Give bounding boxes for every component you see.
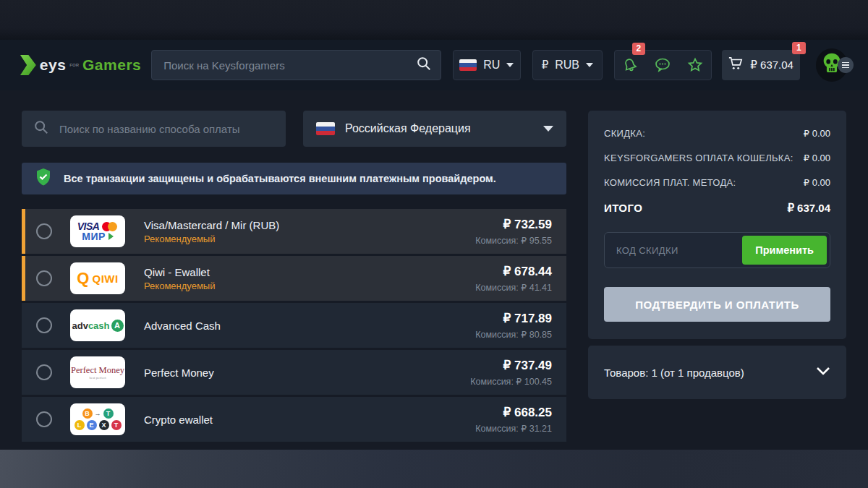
perfect-money-text: Perfect Money	[71, 365, 124, 376]
recommended-accent-bar	[22, 256, 25, 301]
bitcoin-icon: B	[82, 408, 93, 419]
payment-price: ₽ 678.44	[475, 264, 552, 279]
promo-code-input[interactable]	[616, 245, 739, 256]
payment-column: Российская Федерация Все транзакции защи…	[22, 111, 566, 444]
qiwi-logo: Q QIWI	[70, 262, 125, 294]
ruble-symbol: ₽	[542, 59, 549, 72]
payment-method-list: VISA МИР Visa/Mastercard / Mir (RUB) Рек…	[22, 209, 566, 442]
favorites-star-icon[interactable]	[686, 56, 704, 74]
currency-label: RUB	[555, 59, 579, 72]
summary-row-commission: КОМИССИЯ ПЛАТ. МЕТОДА: ₽ 0.00	[604, 177, 830, 188]
promo-code-box: Применить	[604, 232, 830, 268]
summary-value: ₽ 0.00	[804, 153, 830, 163]
payment-commission: Комиссия: ₽ 100.45	[470, 376, 552, 387]
visa-mastercard-mir-logo: VISA МИР	[70, 215, 125, 247]
country-label: Российская Федерация	[345, 122, 533, 135]
summary-total-row: ИТОГО ₽ 637.04	[604, 202, 830, 215]
payment-title: Qiwi - Ewallet	[144, 266, 215, 278]
items-summary-panel[interactable]: Товаров: 1 (от 1 продавцов)	[588, 346, 846, 399]
backdrop-top	[0, 0, 868, 40]
payment-row-qiwi[interactable]: Q QIWI Qiwi - Ewallet Рекомендуемый ₽ 67…	[22, 256, 566, 301]
recommended-label: Рекомендуемый	[144, 234, 279, 244]
payment-radio[interactable]	[36, 223, 52, 239]
visa-logo-text: VISA	[77, 221, 100, 231]
summary-label: KEYSFORGAMERS ОПЛАТА КОШЕЛЬКА:	[604, 153, 793, 163]
items-summary-label: Товаров: 1 (от 1 продавцов)	[604, 367, 744, 379]
apply-promo-button[interactable]: Применить	[742, 236, 827, 265]
arrow-icon: →	[95, 411, 101, 417]
chevron-down-icon[interactable]	[816, 366, 830, 379]
notifications-bell-icon[interactable]	[621, 56, 639, 74]
payment-price: ₽ 668.25	[475, 405, 552, 420]
chevron-down-icon	[586, 63, 593, 67]
chat-icon[interactable]	[653, 56, 672, 74]
payment-price: ₽ 717.89	[475, 311, 552, 326]
payment-radio[interactable]	[36, 364, 52, 380]
header: eys FOR Gamers RU	[0, 40, 868, 90]
payment-row-visa-mir[interactable]: VISA МИР Visa/Mastercard / Mir (RUB) Рек…	[22, 209, 566, 254]
cart-badge: 1	[792, 42, 806, 54]
blue-coin-icon: E	[87, 420, 97, 430]
order-summary-column: СКИДКА: ₽ 0.00 KEYSFORGAMERS ОПЛАТА КОШЕ…	[588, 111, 846, 444]
user-avatar[interactable]	[816, 48, 848, 82]
summary-row-discount: СКИДКА: ₽ 0.00	[604, 128, 830, 139]
order-summary-panel: СКИДКА: ₽ 0.00 KEYSFORGAMERS ОПЛАТА КОШЕ…	[588, 111, 846, 339]
payment-radio[interactable]	[36, 317, 52, 333]
perfect-money-logo: Perfect Money best perfect	[70, 356, 125, 388]
qiwi-logo-text: QIWI	[92, 273, 118, 284]
payment-title: Advanced Cash	[144, 320, 221, 332]
payment-title: Crypto ewallet	[144, 414, 213, 426]
language-select[interactable]: RU	[453, 50, 522, 80]
country-select[interactable]: Российская Федерация	[303, 111, 566, 147]
summary-label: КОМИССИЯ ПЛАТ. МЕТОДА:	[604, 177, 736, 188]
total-value: ₽ 637.04	[787, 202, 830, 215]
total-label: ИТОГО	[604, 202, 642, 215]
qiwi-q-icon: Q	[77, 270, 89, 286]
mastercard-circles-icon	[102, 222, 118, 231]
advcash-a-icon: A	[111, 320, 124, 332]
confirm-and-pay-button[interactable]: ПОДТВЕРДИТЬ И ОПЛАТИТЬ	[604, 287, 830, 322]
payment-radio[interactable]	[36, 411, 52, 427]
payment-method-search-input[interactable]	[59, 123, 274, 135]
advcash-cash-text: cash	[88, 321, 110, 330]
backdrop-bottom	[0, 450, 868, 488]
advcash-logo: adv cash A	[70, 309, 125, 341]
security-banner: Все транзакции защищены и обрабатываются…	[22, 163, 566, 194]
search-button[interactable]	[407, 50, 441, 80]
payment-row-advcash[interactable]: adv cash A Advanced Cash ₽ 717.89 Комисс…	[22, 303, 566, 348]
payment-title: Visa/Mastercard / Mir (RUB)	[144, 219, 279, 231]
filters-row: Российская Федерация	[22, 111, 566, 147]
payment-method-search	[22, 111, 286, 147]
cart-button[interactable]: ₽ 637.04 1	[722, 50, 800, 80]
advcash-adv-text: adv	[72, 321, 88, 330]
cart-icon	[728, 56, 744, 74]
logo-text-gamers: Gamers	[82, 56, 141, 74]
search-icon	[33, 119, 49, 138]
language-label: RU	[483, 59, 500, 72]
chevron-down-icon	[543, 126, 553, 132]
perfect-money-tagline: best perfect	[89, 376, 106, 380]
cart-amount: ₽ 637.04	[750, 59, 793, 72]
search-icon	[416, 56, 432, 74]
summary-value: ₽ 0.00	[804, 128, 830, 139]
security-banner-text: Все транзакции защищены и обрабатываются…	[64, 173, 496, 184]
site-search-input[interactable]	[152, 59, 407, 72]
payment-radio[interactable]	[36, 270, 52, 286]
payment-title: Perfect Money	[144, 367, 214, 379]
account-menu-icon[interactable]	[838, 57, 854, 73]
payment-row-perfect-money[interactable]: Perfect Money best perfect Perfect Money…	[22, 350, 566, 395]
logo[interactable]: eys FOR Gamers	[20, 55, 141, 75]
crypto-logo: B → T L E X T	[70, 403, 125, 435]
logo-text-for: FOR	[69, 63, 79, 67]
tether-icon: T	[103, 408, 114, 419]
shield-check-icon	[35, 168, 52, 189]
recommended-accent-bar	[22, 209, 25, 254]
site: eys FOR Gamers RU	[0, 40, 868, 450]
notifications-badge: 2	[632, 43, 646, 55]
payment-commission: Комиссия: ₽ 95.55	[475, 235, 552, 246]
currency-select[interactable]: ₽ RUB	[532, 50, 603, 80]
payment-row-crypto[interactable]: B → T L E X T Crypt	[22, 397, 566, 442]
site-search	[151, 50, 441, 80]
summary-row-wallet: KEYSFORGAMERS ОПЛАТА КОШЕЛЬКА: ₽ 0.00	[604, 153, 830, 163]
chevron-down-icon	[506, 63, 514, 67]
